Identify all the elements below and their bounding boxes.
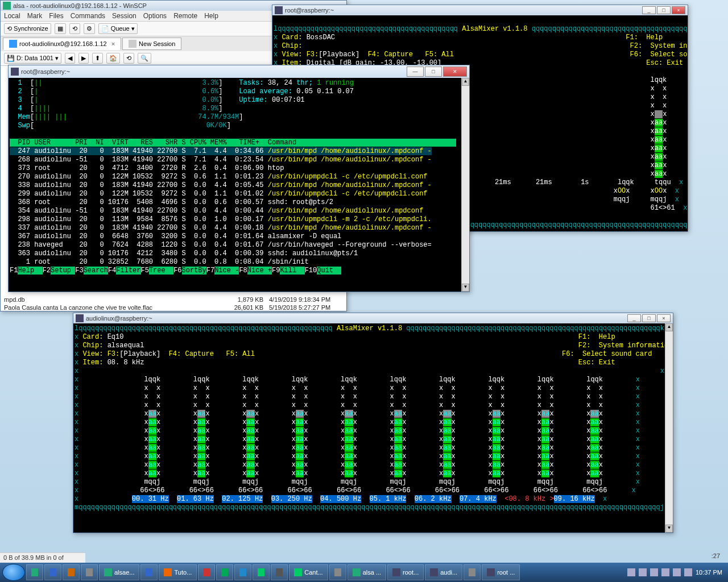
session-icon xyxy=(9,40,17,48)
tray-network-icon[interactable] xyxy=(673,568,681,576)
file-row[interactable]: Paola Casula canta La canzone che vive t… xyxy=(1,304,346,311)
toolbar-btn4[interactable]: ⚙ xyxy=(84,23,95,34)
taskbar-item-label: root ... xyxy=(497,569,515,576)
maximize-button[interactable]: □ xyxy=(657,6,671,14)
taskbar-item[interactable]: Tuto... xyxy=(159,564,197,580)
file-row[interactable]: mpd.db 1,879 KB 4/19/2019 9:18:34 PM xyxy=(1,296,346,304)
tray-icon[interactable] xyxy=(639,568,647,576)
tray-icon[interactable] xyxy=(650,568,658,576)
close-button[interactable]: ✕ xyxy=(443,66,467,77)
maximize-button[interactable]: □ xyxy=(425,66,442,77)
taskbar-item-label: Cant... xyxy=(304,569,322,576)
clock[interactable]: 10:37 PM xyxy=(696,569,722,576)
taskbar-item[interactable] xyxy=(63,564,80,580)
taskbar-item[interactable] xyxy=(253,564,270,580)
taskbar-item[interactable]: alsa ... xyxy=(348,564,386,580)
taskbar-item[interactable] xyxy=(216,564,233,580)
taskbar-item[interactable]: root... xyxy=(387,564,424,580)
close-button[interactable]: × xyxy=(672,6,685,14)
scroll-up-icon[interactable]: ▲ xyxy=(462,78,469,86)
menu-session[interactable]: Session xyxy=(112,12,136,20)
new-session-tab[interactable]: New Session xyxy=(122,38,181,50)
minimize-button[interactable]: _ xyxy=(642,6,656,14)
taskbar-app-icon xyxy=(487,568,495,576)
scroll-down-icon[interactable]: ▼ xyxy=(462,284,469,292)
new-session-label: New Session xyxy=(139,40,175,47)
minimize-button[interactable]: _ xyxy=(627,314,641,322)
htop-terminal[interactable]: 1 [|| 3.3%] Tasks: 38, 24 thr; 1 running… xyxy=(9,78,469,292)
drive-selector[interactable]: 💾 D: Data 1001 ▾ xyxy=(4,53,61,64)
htop-title: root@raspberry:~ xyxy=(21,68,70,75)
alsa-top-title: root@raspberry:~ xyxy=(285,7,334,14)
scrollbar[interactable]: ▲ ▼ xyxy=(461,78,469,292)
htop-titlebar[interactable]: root@raspberry:~ — □ ✕ xyxy=(9,65,469,78)
taskbar-app-icon xyxy=(146,568,152,576)
close-button[interactable]: × xyxy=(657,314,671,322)
menu-commands[interactable]: Commands xyxy=(71,12,105,20)
session-tab[interactable]: root-audiolinux0@192.168.1.12 × xyxy=(3,38,121,50)
toolbar-btn2[interactable]: ▦ xyxy=(55,23,66,34)
nav-fwd[interactable]: ▶ xyxy=(78,53,89,64)
taskbar-item-label: Tuto... xyxy=(174,569,192,576)
taskbar-item[interactable] xyxy=(234,564,251,580)
taskbar-item[interactable] xyxy=(198,564,215,580)
taskbar-item[interactable]: root ... xyxy=(482,564,520,580)
winscp-icon xyxy=(3,2,11,10)
alsa-eq-titlebar[interactable]: audiolinux@raspberry:~ _ □ × xyxy=(73,313,673,323)
alsa-top-titlebar[interactable]: root@raspberry:~ _ □ × xyxy=(272,5,688,15)
taskbar-item[interactable] xyxy=(329,564,346,580)
taskbar-app-icon xyxy=(469,568,475,576)
taskbar-item[interactable]: audi... xyxy=(425,564,462,580)
tray-volume-icon[interactable] xyxy=(684,568,692,576)
taskbar-item[interactable] xyxy=(271,564,288,580)
file-size: 26,601 KB xyxy=(224,304,263,311)
taskbar-app-icon xyxy=(221,568,228,576)
status-text: 0 B of 38.9 MB in 0 of xyxy=(3,554,64,561)
menu-options[interactable]: Options xyxy=(143,12,167,20)
taskbar-app-icon xyxy=(31,568,38,576)
start-button[interactable] xyxy=(2,564,25,581)
minimize-button[interactable]: — xyxy=(407,66,424,77)
taskbar-app-icon xyxy=(294,568,302,576)
file-name: mpd.db xyxy=(4,296,224,303)
nav-find[interactable]: 🔍 xyxy=(138,53,151,64)
scroll-down-icon[interactable]: ▼ xyxy=(665,525,673,533)
taskbar-app-icon xyxy=(258,568,264,576)
taskbar-app-icon xyxy=(68,568,75,576)
sync-button[interactable]: ⟲ Synchronize xyxy=(4,23,51,34)
nav-refresh[interactable]: ⟲ xyxy=(123,53,134,64)
taskbar-app-icon xyxy=(430,568,438,576)
file-listing: mpd.db 1,879 KB 4/19/2019 9:18:34 PM Pao… xyxy=(1,296,346,311)
system-tray[interactable]: 10:37 PM xyxy=(627,568,726,576)
menu-mark[interactable]: Mark xyxy=(27,12,43,20)
taskbar-item[interactable] xyxy=(140,564,158,580)
toolbar-btn3[interactable]: ⟲ xyxy=(69,23,80,34)
nav-up[interactable]: ⬆ xyxy=(92,53,103,64)
taskbar-item[interactable] xyxy=(464,564,481,580)
htop-window: root@raspberry:~ — □ ✕ 1 [|| 3.3%] Tasks… xyxy=(8,65,470,292)
taskbar-item[interactable]: alsae... xyxy=(99,564,139,580)
menu-remote[interactable]: Remote xyxy=(173,12,197,20)
close-tab-icon[interactable]: × xyxy=(111,40,115,47)
taskbar-item[interactable]: Cant... xyxy=(289,564,328,580)
queue-button[interactable]: 📄 Queue ▾ xyxy=(98,23,138,34)
tray-icon[interactable] xyxy=(661,568,669,576)
maximize-button[interactable]: □ xyxy=(642,314,656,322)
putty-icon xyxy=(275,6,283,14)
nav-back[interactable]: ◀ xyxy=(65,53,75,64)
menu-local[interactable]: Local xyxy=(4,12,20,20)
scrollbar[interactable]: ▲ ▼ xyxy=(665,323,673,533)
scroll-up-icon[interactable]: ▲ xyxy=(665,323,673,331)
nav-home[interactable]: 🏠 xyxy=(106,53,120,64)
taskbar-item[interactable] xyxy=(44,564,61,580)
tray-icon[interactable] xyxy=(627,568,635,576)
taskbar-item[interactable] xyxy=(81,564,98,580)
menu-help[interactable]: Help xyxy=(204,12,218,20)
putty-icon xyxy=(11,68,19,76)
taskbar-app-icon xyxy=(49,568,56,576)
alsa-eq-terminal[interactable]: lqqqqqqqqqqqqqqqqqqqqqqqqqqqqqqqqqqqqqqq… xyxy=(73,323,673,533)
taskbar-item[interactable] xyxy=(26,564,43,580)
taskbar-app-icon xyxy=(86,568,93,576)
menu-files[interactable]: Files xyxy=(49,12,63,20)
winscp-title: alsa - root-audiolinux0@192.168.1.12 - W… xyxy=(13,2,147,9)
